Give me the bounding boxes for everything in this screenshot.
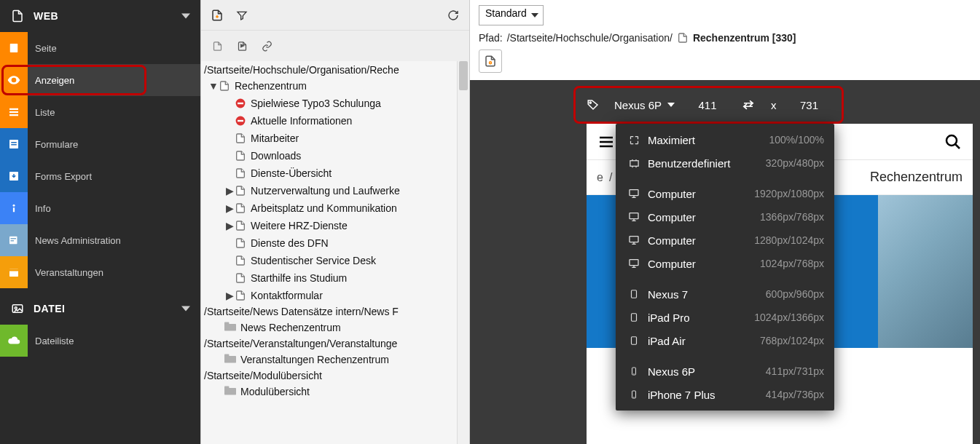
maximize-icon — [626, 135, 642, 146]
tree-node[interactable]: ▶Kontaktformular — [204, 287, 469, 304]
tree-node-folder[interactable]: News Rechenzentrum — [204, 319, 469, 336]
tree-node[interactable]: ▶Arbeitsplatz und Kommunikation — [204, 199, 469, 217]
device-preset-label: Nexus 6P — [614, 99, 662, 111]
tree-node[interactable]: Spielwiese Typo3 Schulunga — [204, 95, 469, 112]
link-icon[interactable] — [256, 36, 277, 56]
svg-point-28 — [589, 102, 591, 103]
tree-node[interactable]: Mitarbeiter — [204, 130, 469, 147]
preset-nexus-6p[interactable]: Nexus 6P411px/731px — [616, 360, 834, 383]
chevron-down-icon[interactable]: ▼ — [208, 80, 219, 92]
caret-down-icon — [667, 101, 675, 108]
module-group-file[interactable]: DATEI — [0, 293, 200, 325]
tree-node[interactable]: Studentischer Service Desk — [204, 252, 469, 269]
refresh-icon[interactable] — [443, 5, 463, 25]
preview-stage: Nexus 6P 411 x 731 Maximiert100%/100%Ben… — [470, 80, 980, 444]
module-item-label: Dateiliste — [28, 336, 74, 346]
svg-rect-26 — [224, 386, 229, 389]
tree-node[interactable]: Dienste des DFN — [204, 234, 469, 252]
module-group-file-label: DATEI — [34, 303, 181, 314]
preset-dimensions: 1366px/768px — [760, 211, 824, 223]
preset-dimensions: 768px/1024px — [760, 335, 824, 346]
tree-node-label: Arbeitsplatz und Kommunikation — [251, 202, 397, 214]
edit-page-button[interactable] — [479, 49, 502, 73]
preset-label: Computer — [648, 258, 760, 270]
svg-rect-36 — [632, 337, 637, 345]
tree-path: /Startseite/Veranstaltungen/Veranstaltun… — [204, 336, 469, 351]
chevron-right-icon[interactable]: ▶ — [224, 220, 235, 231]
preset-dimensions: 320px/480px — [766, 157, 824, 169]
module-item-seite[interactable]: Seite — [0, 32, 200, 64]
module-item-info[interactable]: Info — [0, 192, 200, 224]
chevron-right-icon[interactable]: ▶ — [224, 290, 235, 301]
module-item-veranstaltungen[interactable]: Veranstaltungen — [0, 256, 200, 288]
preset-computer[interactable]: Computer1280px/1024px — [616, 229, 834, 252]
svg-rect-5 — [11, 142, 17, 143]
tablet-icon — [626, 312, 642, 323]
tree-node-label: Aktuelle Informationen — [251, 115, 352, 127]
tree-node-label: Dienste-Übersicht — [251, 167, 332, 179]
height-input[interactable]: 731 — [791, 99, 828, 111]
page-doc-icon — [235, 220, 246, 231]
hamburger-icon[interactable] — [597, 132, 616, 151]
page-doc-icon[interactable] — [207, 36, 227, 56]
preset-computer[interactable]: Computer1920px/1080px — [616, 182, 834, 205]
preset-computer[interactable]: Computer1024px/768px — [616, 252, 834, 275]
svg-rect-6 — [11, 144, 17, 146]
page-shortcut-icon[interactable] — [232, 36, 252, 56]
preset-ipad-air[interactable]: iPad Air768px/1024px — [616, 329, 834, 352]
module-item-forms-export[interactable]: Forms Export — [0, 160, 200, 192]
module-item-anzeigen[interactable]: Anzeigen — [0, 64, 200, 96]
preset-nexus-7[interactable]: Nexus 7600px/960px — [616, 282, 834, 306]
preset-label: iPhone 7 Plus — [648, 389, 766, 401]
content-area: Standard Pfad: /Startseite/Hochschule/Or… — [470, 0, 980, 444]
chevron-right-icon[interactable]: ▶ — [224, 185, 235, 197]
module-item-liste[interactable]: Liste — [0, 96, 200, 128]
module-group-web[interactable]: WEB — [0, 0, 200, 32]
svg-rect-30 — [630, 190, 638, 196]
new-page-icon[interactable] — [207, 5, 227, 25]
svg-rect-24 — [224, 354, 229, 357]
tree-node-label: Kontaktformular — [251, 290, 323, 301]
preset-computer[interactable]: Computer1366px/768px — [616, 205, 834, 229]
tree-node-label: Rechenzentrum — [235, 80, 307, 92]
form-icon — [0, 128, 28, 160]
filter-icon[interactable] — [232, 5, 252, 25]
eye-icon — [0, 64, 28, 96]
preset-label: Computer — [648, 234, 754, 247]
svg-rect-11 — [11, 238, 17, 239]
preset-iphone-7-plus[interactable]: iPhone 7 Plus414px/736px — [616, 383, 834, 406]
tree-node[interactable]: Starthilfe ins Studium — [204, 269, 469, 287]
tree-node[interactable]: ▶Nutzerverwaltung und Laufwerke — [204, 182, 469, 199]
preset-benutzerdefiniert[interactable]: Benutzerdefiniert320px/480px — [616, 151, 834, 175]
preset-dimensions: 1280px/1024px — [754, 234, 824, 246]
svg-rect-31 — [630, 213, 638, 219]
image-icon — [10, 301, 25, 316]
tree-node[interactable]: ▶Weitere HRZ-Dienste — [204, 217, 469, 234]
module-item-dateiliste[interactable]: Dateiliste — [0, 325, 200, 357]
tree-node[interactable]: Aktuelle Informationen — [204, 112, 469, 130]
module-item-formulare[interactable]: Formulare — [0, 128, 200, 160]
chevron-right-icon[interactable]: ▶ — [224, 202, 235, 214]
tree-node-label: Mitarbeiter — [251, 132, 299, 144]
module-item-news-administration[interactable]: News Administration — [0, 224, 200, 256]
svg-rect-1 — [9, 108, 18, 110]
tree-node[interactable]: Dienste-Übersicht — [204, 164, 469, 182]
preset-dimensions: 600px/960px — [766, 288, 824, 300]
tree-node[interactable]: Downloads — [204, 147, 469, 164]
page-tree-panel: /Startseite/Hochschule/Organisation/Rech… — [200, 0, 470, 444]
preset-ipad-pro[interactable]: iPad Pro1024px/1366px — [616, 306, 834, 329]
tree-node-label: Spielwiese Typo3 Schulunga — [251, 98, 381, 109]
page-tree-scrollbar[interactable] — [457, 61, 469, 444]
tree-node-folder[interactable]: Veranstaltungen Rechenzentrum — [204, 351, 469, 368]
search-icon[interactable] — [944, 132, 963, 151]
preset-label: Nexus 6P — [648, 365, 766, 378]
tree-node-folder[interactable]: Modulübersicht — [204, 383, 469, 400]
page-type-select[interactable]: Standard — [479, 5, 544, 25]
preset-maximiert[interactable]: Maximiert100%/100% — [616, 128, 834, 151]
width-input[interactable]: 411 — [689, 99, 726, 111]
device-preset-dropdown[interactable]: Nexus 6P — [614, 99, 675, 111]
tree-node-root[interactable]: ▼ Rechenzentrum — [204, 77, 469, 95]
page-tree-toolbar-primary — [201, 0, 469, 31]
module-item-label: News Administration — [28, 235, 121, 246]
swap-dimensions-icon[interactable] — [740, 100, 756, 110]
